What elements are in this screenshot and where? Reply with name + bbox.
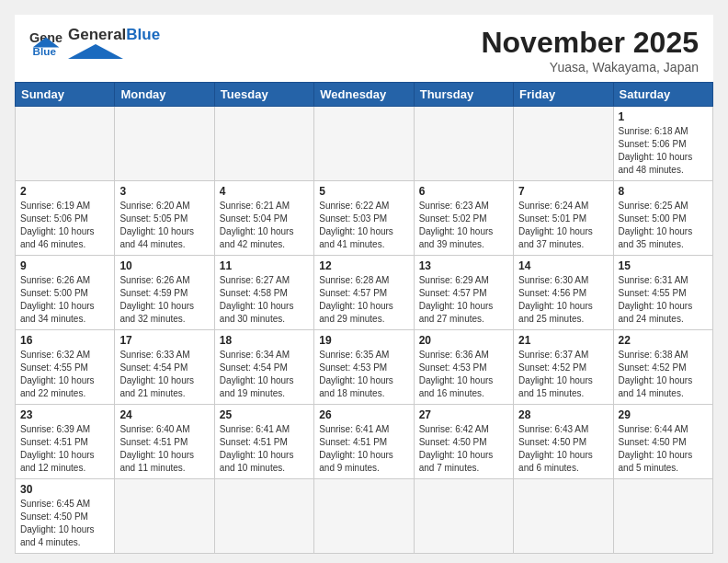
calendar-cell [514, 479, 613, 554]
day-info: Sunrise: 6:18 AM Sunset: 5:06 PM Dayligh… [619, 125, 708, 177]
calendar-cell: 8Sunrise: 6:25 AM Sunset: 5:00 PM Daylig… [613, 181, 712, 256]
day-info: Sunrise: 6:20 AM Sunset: 5:05 PM Dayligh… [119, 200, 209, 251]
day-number: 17 [119, 334, 209, 347]
day-info: Sunrise: 6:26 AM Sunset: 5:00 PM Dayligh… [20, 274, 109, 326]
day-info: Sunrise: 6:38 AM Sunset: 4:52 PM Dayligh… [619, 349, 708, 400]
day-number: 1 [619, 110, 708, 123]
day-number: 4 [220, 185, 309, 198]
day-info: Sunrise: 6:30 AM Sunset: 4:56 PM Dayligh… [518, 274, 608, 326]
location: Yuasa, Wakayama, Japan [481, 60, 699, 75]
calendar-cell: 14Sunrise: 6:30 AM Sunset: 4:56 PM Dayli… [514, 256, 613, 330]
day-number: 2 [20, 185, 109, 198]
svg-marker-3 [68, 44, 123, 59]
svg-text:Blue: Blue [33, 46, 57, 58]
column-header-thursday: Thursday [414, 83, 513, 107]
calendar-cell [514, 107, 613, 181]
logo: General Blue GeneralBlue [29, 26, 160, 59]
calendar-cell [314, 107, 414, 181]
day-info: Sunrise: 6:21 AM Sunset: 5:04 PM Dayligh… [220, 200, 309, 251]
calendar-cell: 1Sunrise: 6:18 AM Sunset: 5:06 PM Daylig… [613, 107, 712, 181]
day-number: 28 [518, 408, 608, 421]
calendar-cell: 20Sunrise: 6:36 AM Sunset: 4:53 PM Dayli… [414, 330, 513, 405]
calendar-cell [414, 479, 513, 554]
day-number: 18 [220, 334, 309, 347]
calendar-cell: 27Sunrise: 6:42 AM Sunset: 4:50 PM Dayli… [414, 405, 513, 479]
column-header-tuesday: Tuesday [214, 83, 313, 107]
day-info: Sunrise: 6:28 AM Sunset: 4:57 PM Dayligh… [319, 274, 408, 326]
calendar-cell: 6Sunrise: 6:23 AM Sunset: 5:02 PM Daylig… [414, 181, 513, 256]
day-number: 21 [518, 334, 608, 347]
day-info: Sunrise: 6:36 AM Sunset: 4:53 PM Dayligh… [419, 349, 508, 400]
day-number: 8 [619, 185, 708, 198]
logo-icon: General Blue [29, 26, 63, 59]
calendar-cell: 22Sunrise: 6:38 AM Sunset: 4:52 PM Dayli… [613, 330, 712, 405]
day-number: 30 [20, 483, 109, 496]
column-header-monday: Monday [115, 83, 214, 107]
calendar-cell: 18Sunrise: 6:34 AM Sunset: 4:54 PM Dayli… [214, 330, 313, 405]
day-info: Sunrise: 6:33 AM Sunset: 4:54 PM Dayligh… [119, 349, 209, 400]
title-block: November 2025 Yuasa, Wakayama, Japan [481, 26, 699, 75]
calendar-page: General Blue GeneralBlue November 2025 Y… [15, 15, 713, 554]
calendar-cell: 28Sunrise: 6:43 AM Sunset: 4:50 PM Dayli… [514, 405, 613, 479]
day-info: Sunrise: 6:23 AM Sunset: 5:02 PM Dayligh… [419, 200, 508, 251]
calendar-cell: 19Sunrise: 6:35 AM Sunset: 4:53 PM Dayli… [314, 330, 414, 405]
day-number: 23 [20, 408, 109, 421]
calendar-table: SundayMondayTuesdayWednesdayThursdayFrid… [15, 82, 713, 554]
day-number: 14 [518, 259, 608, 272]
day-info: Sunrise: 6:40 AM Sunset: 4:51 PM Dayligh… [119, 423, 209, 475]
day-number: 20 [419, 334, 508, 347]
day-number: 11 [220, 259, 309, 272]
calendar-cell [414, 107, 513, 181]
day-number: 13 [419, 259, 508, 272]
day-info: Sunrise: 6:41 AM Sunset: 4:51 PM Dayligh… [220, 423, 309, 475]
day-number: 10 [119, 259, 209, 272]
calendar-cell: 7Sunrise: 6:24 AM Sunset: 5:01 PM Daylig… [514, 181, 613, 256]
day-info: Sunrise: 6:39 AM Sunset: 4:51 PM Dayligh… [20, 423, 109, 475]
week-row-1: 1Sunrise: 6:18 AM Sunset: 5:06 PM Daylig… [16, 107, 713, 181]
day-info: Sunrise: 6:32 AM Sunset: 4:55 PM Dayligh… [20, 349, 109, 400]
calendar-cell [16, 107, 115, 181]
calendar-cell: 30Sunrise: 6:45 AM Sunset: 4:50 PM Dayli… [16, 479, 115, 554]
column-header-sunday: Sunday [16, 83, 115, 107]
logo-general-text: GeneralBlue [68, 26, 160, 44]
calendar-cell [314, 479, 414, 554]
day-number: 12 [319, 259, 408, 272]
calendar-cell [214, 479, 313, 554]
day-info: Sunrise: 6:19 AM Sunset: 5:06 PM Dayligh… [20, 200, 109, 251]
week-row-2: 2Sunrise: 6:19 AM Sunset: 5:06 PM Daylig… [16, 181, 713, 256]
calendar-cell: 26Sunrise: 6:41 AM Sunset: 4:51 PM Dayli… [314, 405, 414, 479]
day-info: Sunrise: 6:35 AM Sunset: 4:53 PM Dayligh… [319, 349, 408, 400]
day-info: Sunrise: 6:41 AM Sunset: 4:51 PM Dayligh… [319, 423, 408, 475]
day-number: 9 [20, 259, 109, 272]
day-info: Sunrise: 6:37 AM Sunset: 4:52 PM Dayligh… [518, 349, 608, 400]
week-row-3: 9Sunrise: 6:26 AM Sunset: 5:00 PM Daylig… [16, 256, 713, 330]
day-number: 29 [619, 408, 708, 421]
column-header-wednesday: Wednesday [314, 83, 414, 107]
week-row-4: 16Sunrise: 6:32 AM Sunset: 4:55 PM Dayli… [16, 330, 713, 405]
day-info: Sunrise: 6:24 AM Sunset: 5:01 PM Dayligh… [518, 200, 608, 251]
day-info: Sunrise: 6:25 AM Sunset: 5:00 PM Dayligh… [619, 200, 708, 251]
day-number: 7 [518, 185, 608, 198]
calendar-cell [115, 479, 214, 554]
calendar-cell: 12Sunrise: 6:28 AM Sunset: 4:57 PM Dayli… [314, 256, 414, 330]
day-number: 15 [619, 259, 708, 272]
calendar-cell [613, 479, 712, 554]
calendar-cell: 13Sunrise: 6:29 AM Sunset: 4:57 PM Dayli… [414, 256, 513, 330]
day-info: Sunrise: 6:29 AM Sunset: 4:57 PM Dayligh… [419, 274, 508, 326]
calendar-cell: 9Sunrise: 6:26 AM Sunset: 5:00 PM Daylig… [16, 256, 115, 330]
day-number: 24 [119, 408, 209, 421]
day-number: 26 [319, 408, 408, 421]
day-number: 19 [319, 334, 408, 347]
column-header-friday: Friday [514, 83, 613, 107]
calendar-cell: 2Sunrise: 6:19 AM Sunset: 5:06 PM Daylig… [16, 181, 115, 256]
day-number: 5 [319, 185, 408, 198]
calendar-cell: 17Sunrise: 6:33 AM Sunset: 4:54 PM Dayli… [115, 330, 214, 405]
calendar-cell: 24Sunrise: 6:40 AM Sunset: 4:51 PM Dayli… [115, 405, 214, 479]
day-number: 16 [20, 334, 109, 347]
week-row-5: 23Sunrise: 6:39 AM Sunset: 4:51 PM Dayli… [16, 405, 713, 479]
day-info: Sunrise: 6:27 AM Sunset: 4:58 PM Dayligh… [220, 274, 309, 326]
calendar-cell: 25Sunrise: 6:41 AM Sunset: 4:51 PM Dayli… [214, 405, 313, 479]
day-info: Sunrise: 6:31 AM Sunset: 4:55 PM Dayligh… [619, 274, 708, 326]
day-info: Sunrise: 6:45 AM Sunset: 4:50 PM Dayligh… [20, 498, 109, 549]
calendar-cell: 5Sunrise: 6:22 AM Sunset: 5:03 PM Daylig… [314, 181, 414, 256]
